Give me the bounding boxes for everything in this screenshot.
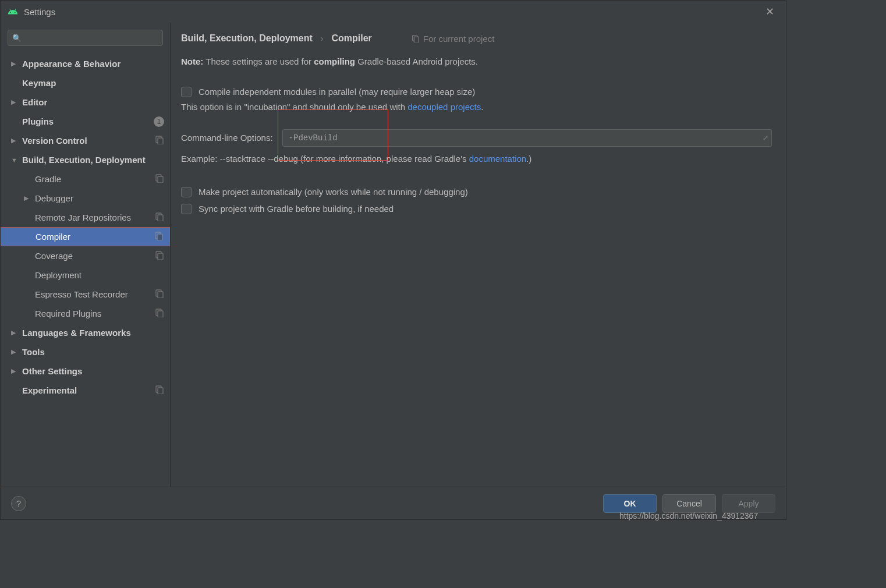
tree-item-debugger[interactable]: ▶Debugger — [1, 189, 170, 208]
copy-icon — [151, 289, 164, 300]
tree-item-coverage[interactable]: Coverage — [1, 246, 170, 265]
svg-rect-7 — [157, 234, 162, 240]
tree-item-label: Version Control — [22, 136, 151, 146]
command-line-label: Command-line Options: — [181, 133, 273, 143]
tree-item-label: Experimental — [22, 385, 151, 395]
decoupled-projects-link[interactable]: decoupled projects — [407, 102, 481, 112]
tree-item-other-settings[interactable]: ▶Other Settings — [1, 362, 170, 381]
breadcrumb-current: Compiler — [331, 33, 371, 44]
svg-rect-11 — [158, 292, 163, 298]
svg-rect-15 — [158, 388, 163, 394]
tree-item-label: Build, Execution, Deployment — [22, 155, 164, 165]
copy-icon — [151, 135, 164, 146]
tree-item-label: Gradle — [35, 174, 151, 184]
chevron-right-icon: ▶ — [11, 60, 18, 68]
tree-item-required-plugins[interactable]: Required Plugins — [1, 304, 170, 323]
chevron-right-icon: ▶ — [11, 98, 18, 106]
tree-item-label: Required Plugins — [35, 309, 151, 318]
tree-item-version-control[interactable]: ▶Version Control — [1, 131, 170, 150]
note-text: Note: These settings are used for compil… — [181, 55, 772, 69]
cancel-button[interactable]: Cancel — [662, 494, 716, 513]
copy-icon — [151, 173, 164, 185]
tree-item-espresso-test-recorder[interactable]: Espresso Test Recorder — [1, 285, 170, 304]
tree-item-label: Remote Jar Repositories — [35, 212, 151, 222]
titlebar: Settings ✕ — [1, 1, 786, 23]
copy-icon — [151, 250, 164, 261]
tree-item-label: Debugger — [35, 193, 164, 203]
apply-button[interactable]: Apply — [722, 494, 775, 513]
make-auto-label: Make project automatically (only works w… — [199, 184, 468, 201]
make-auto-checkbox[interactable] — [181, 187, 192, 197]
tree-item-label: Coverage — [35, 251, 151, 261]
content-panel: Build, Execution, Deployment › Compiler … — [171, 23, 786, 487]
ok-button[interactable]: OK — [603, 494, 657, 513]
sidebar: 🔍 ▶Appearance & BehaviorKeymap▶EditorPlu… — [1, 23, 171, 487]
badge: 1 — [154, 116, 164, 127]
sync-gradle-label: Sync project with Gradle before building… — [199, 201, 394, 218]
tree-item-label: Keymap — [22, 78, 164, 88]
window-title: Settings — [24, 7, 761, 17]
help-button[interactable]: ? — [11, 496, 26, 511]
tree-item-tools[interactable]: ▶Tools — [1, 342, 170, 362]
android-icon — [8, 6, 18, 17]
settings-window: Settings ✕ 🔍 ▶Appearance & BehaviorKeyma… — [0, 0, 786, 520]
tree-item-gradle[interactable]: Gradle — [1, 169, 170, 189]
tree-item-label: Other Settings — [22, 366, 164, 376]
tree-item-label: Compiler — [36, 232, 151, 242]
copy-icon — [151, 212, 164, 223]
tree-item-keymap[interactable]: Keymap — [1, 73, 170, 93]
tree-item-build-execution-deployment[interactable]: ▼Build, Execution, Deployment — [1, 150, 170, 169]
tree-item-editor[interactable]: ▶Editor — [1, 93, 170, 112]
incubation-note: This option is in "incubation" and shoul… — [181, 100, 772, 114]
tree-item-appearance-behavior[interactable]: ▶Appearance & Behavior — [1, 54, 170, 73]
chevron-down-icon: ▼ — [11, 157, 18, 164]
copy-icon — [412, 34, 420, 42]
tree-item-compiler[interactable]: Compiler — [1, 227, 170, 246]
tree-item-plugins[interactable]: Plugins1 — [1, 112, 170, 131]
expand-icon[interactable]: ⤢ — [763, 134, 768, 142]
chevron-right-icon: › — [321, 34, 324, 43]
main-content: 🔍 ▶Appearance & BehaviorKeymap▶EditorPlu… — [1, 23, 786, 487]
chevron-right-icon: ▶ — [24, 194, 31, 202]
svg-rect-17 — [414, 37, 419, 42]
command-line-input[interactable] — [282, 129, 772, 147]
tree-item-label: Tools — [22, 347, 164, 357]
svg-rect-3 — [158, 176, 163, 183]
copy-icon — [151, 308, 164, 319]
svg-rect-1 — [158, 138, 163, 144]
tree-item-deployment[interactable]: Deployment — [1, 265, 170, 285]
compile-parallel-row: Compile independent modules in parallel … — [181, 85, 772, 99]
example-text: Example: --stacktrace --debug (for more … — [181, 153, 772, 166]
tree-item-experimental[interactable]: Experimental — [1, 381, 170, 400]
breadcrumb-parent: Build, Execution, Deployment — [181, 33, 313, 44]
sync-gradle-row: Sync project with Gradle before building… — [181, 201, 772, 218]
chevron-right-icon: ▶ — [11, 137, 18, 144]
chevron-right-icon: ▶ — [11, 367, 18, 375]
breadcrumb: Build, Execution, Deployment › Compiler … — [181, 33, 772, 44]
tree-item-label: Deployment — [35, 270, 164, 280]
search-input[interactable] — [8, 30, 163, 46]
command-line-row: Command-line Options: ⤢ — [181, 129, 772, 147]
make-auto-row: Make project automatically (only works w… — [181, 184, 772, 201]
copy-icon — [151, 385, 164, 396]
tree-item-label: Languages & Frameworks — [22, 328, 164, 338]
chevron-right-icon: ▶ — [11, 348, 18, 356]
documentation-link[interactable]: documentation — [469, 154, 526, 164]
tree-item-label: Appearance & Behavior — [22, 59, 164, 69]
settings-tree: ▶Appearance & BehaviorKeymap▶EditorPlugi… — [1, 49, 170, 487]
svg-rect-9 — [158, 253, 163, 260]
tree-item-remote-jar-repositories[interactable]: Remote Jar Repositories — [1, 208, 170, 227]
tree-item-label: Editor — [22, 97, 164, 107]
tree-item-label: Espresso Test Recorder — [35, 289, 151, 299]
svg-rect-13 — [158, 311, 163, 317]
tree-item-label: Plugins — [22, 116, 150, 126]
compile-parallel-checkbox[interactable] — [181, 87, 192, 97]
watermark-text: https://blog.csdn.net/weixin_43912367 — [619, 511, 758, 520]
sync-gradle-checkbox[interactable] — [181, 204, 192, 214]
close-icon[interactable]: ✕ — [761, 3, 779, 20]
tree-item-languages-frameworks[interactable]: ▶Languages & Frameworks — [1, 323, 170, 342]
svg-rect-5 — [158, 215, 163, 221]
scope-label: For current project — [412, 34, 495, 44]
chevron-right-icon: ▶ — [11, 329, 18, 336]
compile-parallel-label: Compile independent modules in parallel … — [199, 85, 475, 99]
